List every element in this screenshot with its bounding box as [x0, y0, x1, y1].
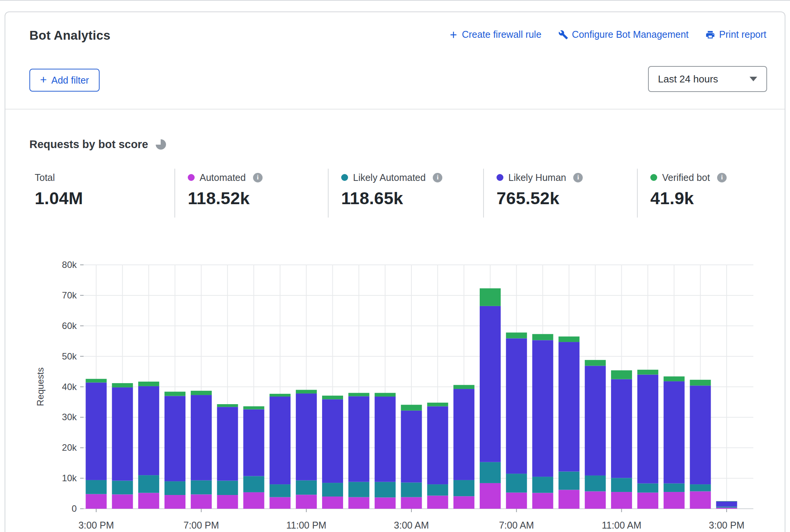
bar-segment-automated[interactable]: [637, 493, 658, 509]
bar-segment-likely-human[interactable]: [690, 385, 711, 484]
bar-segment-likely-human[interactable]: [427, 406, 448, 484]
info-icon[interactable]: i: [573, 173, 583, 182]
bar-segment-likely-human[interactable]: [585, 366, 606, 476]
bar-segment-automated[interactable]: [191, 494, 212, 509]
time-range-select[interactable]: Last 24 hours: [648, 66, 767, 92]
bar-segment-likely-human[interactable]: [375, 397, 396, 482]
requests-by-bot-score-chart[interactable]: 010k20k30k40k50k60k70k80k3:00 PM7:00 PM1…: [5, 253, 790, 532]
bar-segment-automated[interactable]: [427, 496, 448, 509]
bar-segment-likely-automated[interactable]: [427, 484, 448, 496]
bar-segment-likely-human[interactable]: [401, 411, 422, 483]
bar-segment-verified-bot[interactable]: [558, 337, 579, 342]
bar-segment-likely-automated[interactable]: [191, 480, 212, 495]
bar-segment-likely-human[interactable]: [480, 306, 501, 462]
bar-segment-automated[interactable]: [401, 497, 422, 509]
bar-segment-verified-bot[interactable]: [243, 406, 264, 409]
bar-segment-automated[interactable]: [716, 508, 737, 509]
bar-segment-likely-human[interactable]: [532, 340, 553, 477]
bar-segment-likely-human[interactable]: [164, 396, 185, 481]
bar-segment-verified-bot[interactable]: [453, 385, 474, 389]
bar-segment-verified-bot[interactable]: [348, 393, 369, 396]
bar-segment-automated[interactable]: [348, 497, 369, 509]
bar-segment-automated[interactable]: [558, 490, 579, 509]
bar-segment-verified-bot[interactable]: [585, 360, 606, 366]
bar-segment-likely-human[interactable]: [611, 379, 632, 478]
bar-segment-likely-automated[interactable]: [296, 480, 317, 495]
bar-segment-automated[interactable]: [690, 491, 711, 509]
bar-segment-likely-human[interactable]: [269, 397, 290, 484]
bar-segment-verified-bot[interactable]: [690, 380, 711, 385]
info-icon[interactable]: i: [717, 173, 727, 182]
bar-segment-automated[interactable]: [532, 493, 553, 509]
bar-segment-automated[interactable]: [164, 495, 185, 509]
bar-segment-automated[interactable]: [585, 491, 606, 509]
bar-segment-likely-automated[interactable]: [322, 483, 343, 497]
bar-segment-verified-bot[interactable]: [427, 403, 448, 406]
bar-segment-likely-automated[interactable]: [86, 480, 107, 494]
bar-segment-verified-bot[interactable]: [480, 289, 501, 306]
bar-segment-likely-human[interactable]: [138, 386, 159, 475]
info-icon[interactable]: i: [433, 173, 442, 182]
bar-segment-likely-automated[interactable]: [217, 481, 238, 495]
bar-segment-likely-human[interactable]: [558, 342, 579, 471]
bar-segment-likely-automated[interactable]: [664, 484, 685, 492]
bar-segment-automated[interactable]: [506, 493, 527, 509]
bar-segment-automated[interactable]: [112, 494, 133, 509]
bar-segment-likely-human[interactable]: [637, 375, 658, 484]
bar-segment-likely-human[interactable]: [243, 409, 264, 476]
bar-segment-automated[interactable]: [243, 492, 264, 509]
bar-segment-automated[interactable]: [138, 493, 159, 509]
bar-segment-likely-human[interactable]: [348, 396, 369, 482]
bar-segment-automated[interactable]: [269, 497, 290, 509]
bar-segment-likely-automated[interactable]: [480, 462, 501, 483]
bar-segment-verified-bot[interactable]: [217, 404, 238, 407]
bar-segment-likely-human[interactable]: [191, 395, 212, 480]
bar-segment-likely-human[interactable]: [217, 407, 238, 480]
add-filter-button[interactable]: + Add filter: [29, 69, 100, 92]
bar-segment-automated[interactable]: [664, 492, 685, 509]
create-firewall-rule-link[interactable]: Create firewall rule: [449, 29, 541, 40]
bar-segment-likely-human[interactable]: [322, 399, 343, 483]
bar-segment-likely-automated[interactable]: [558, 472, 579, 490]
bar-segment-likely-automated[interactable]: [164, 481, 185, 495]
bar-segment-likely-automated[interactable]: [243, 476, 264, 492]
bar-segment-likely-human[interactable]: [86, 382, 107, 480]
bar-segment-automated[interactable]: [480, 483, 501, 509]
bar-segment-verified-bot[interactable]: [296, 390, 317, 393]
bar-segment-likely-automated[interactable]: [269, 484, 290, 497]
bar-segment-likely-automated[interactable]: [506, 474, 527, 493]
bar-segment-verified-bot[interactable]: [112, 383, 133, 387]
info-icon[interactable]: i: [253, 173, 263, 182]
bar-segment-automated[interactable]: [375, 497, 396, 509]
bar-segment-likely-automated[interactable]: [112, 481, 133, 495]
bar-segment-verified-bot[interactable]: [322, 396, 343, 400]
bar-segment-automated[interactable]: [322, 497, 343, 509]
bar-segment-likely-automated[interactable]: [585, 476, 606, 492]
bar-segment-likely-automated[interactable]: [716, 506, 737, 508]
bar-segment-verified-bot[interactable]: [401, 405, 422, 411]
bar-segment-verified-bot[interactable]: [191, 391, 212, 395]
bar-segment-automated[interactable]: [453, 496, 474, 509]
bar-segment-verified-bot[interactable]: [86, 379, 107, 383]
bar-segment-verified-bot[interactable]: [611, 370, 632, 379]
bar-segment-likely-automated[interactable]: [348, 482, 369, 497]
bar-segment-automated[interactable]: [611, 492, 632, 509]
bar-segment-likely-automated[interactable]: [138, 475, 159, 493]
bar-segment-verified-bot[interactable]: [138, 382, 159, 386]
bar-segment-likely-human[interactable]: [716, 501, 737, 507]
bar-segment-verified-bot[interactable]: [164, 392, 185, 396]
bar-segment-verified-bot[interactable]: [637, 370, 658, 375]
bar-segment-likely-automated[interactable]: [637, 484, 658, 493]
bar-segment-likely-automated[interactable]: [690, 484, 711, 491]
bar-segment-likely-automated[interactable]: [401, 482, 422, 497]
bar-segment-automated[interactable]: [217, 495, 238, 509]
bar-segment-verified-bot[interactable]: [664, 376, 685, 381]
bar-segment-likely-automated[interactable]: [611, 478, 632, 492]
bar-segment-verified-bot[interactable]: [375, 393, 396, 397]
bar-segment-likely-automated[interactable]: [375, 482, 396, 498]
bar-segment-automated[interactable]: [296, 495, 317, 509]
bar-segment-verified-bot[interactable]: [269, 394, 290, 397]
bar-segment-likely-human[interactable]: [453, 389, 474, 480]
bar-segment-likely-automated[interactable]: [453, 480, 474, 496]
bar-segment-verified-bot[interactable]: [532, 334, 553, 340]
